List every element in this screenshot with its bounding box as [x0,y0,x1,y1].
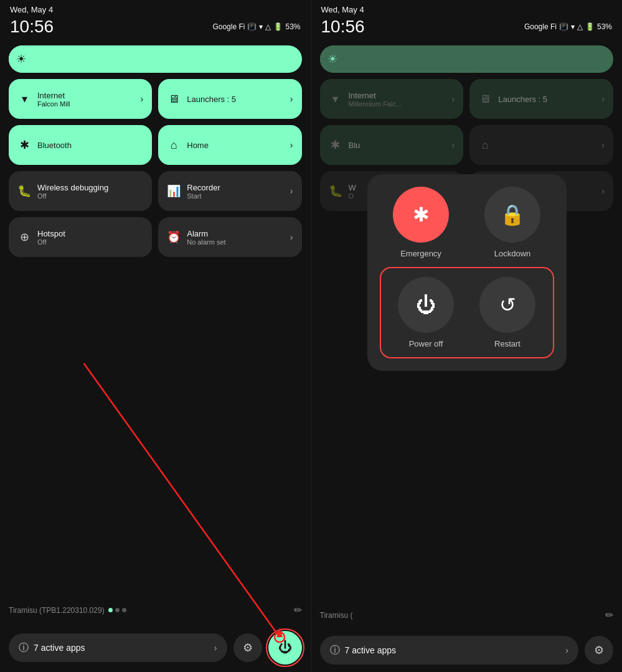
right-battery-icon: 🔋 [585,22,595,31]
emergency-label: Emergency [400,249,441,258]
bluetooth-tile-icon: ✱ [17,138,31,152]
info-icon: ⓘ [19,642,29,655]
emergency-icon: ✱ [413,203,430,226]
wireless-debug-label: Wireless debugging [37,183,143,192]
left-time: 10:56 [10,17,54,37]
tile-launchers[interactable]: 🖥 Launchers : 5 › [158,79,301,119]
emergency-item[interactable]: ✱ Emergency [380,187,463,258]
desktop-tile-icon: 🖥 [167,93,181,106]
internet-sub: Falcon Mill [37,100,134,108]
right-vibrate-icon: 📳 [559,22,568,31]
right-home-icon: ⌂ [478,139,492,152]
tile-recorder[interactable]: 📊 Recorder Start › [158,171,301,211]
poweroff-item[interactable]: ⏻ Power off [390,277,463,348]
home-tile-icon: ⌂ [167,139,181,152]
right-internet-sub: Millennium Falc... [349,100,446,108]
left-tiles-grid: ▾ Internet Falcon Mill › 🖥 Launchers : 5… [0,79,311,257]
right-active-apps-button[interactable]: ⓘ 7 active apps › [320,636,579,665]
left-version: Tiramisu (TPB1.220310.029) [9,606,105,615]
right-settings-button[interactable]: ⚙ [585,636,613,665]
right-wifi-icon: ▾ [329,92,342,106]
brightness-slider[interactable]: ☀ [9,45,302,73]
bluetooth-label: Bluetooth [37,141,143,150]
edit-icon[interactable]: ✏ [294,604,302,616]
tile-home[interactable]: ⌂ Home › [158,125,301,165]
right-desktop-icon: 🖥 [478,93,492,106]
signal-icon: △ [265,22,271,31]
settings-button[interactable]: ⚙ [233,633,262,662]
right-time: 10:56 [321,17,365,37]
right-settings-icon: ⚙ [594,643,604,657]
left-footer: Tiramisu (TPB1.220310.029) ✏ [0,598,311,626]
tile-internet[interactable]: ▾ Internet Falcon Mill › [9,79,152,119]
poweroff-circle: ⏻ [398,277,454,333]
bug-tile-icon: 🐛 [17,184,31,198]
left-status-bar: Wed, May 4 10:56 Google Fi 📳 ▾ △ 🔋 53% [0,0,311,39]
poweroff-icon: ⏻ [416,294,436,317]
right-tile-internet[interactable]: ▾ Internet Millennium Falc... › [320,79,464,119]
right-launchers-arrow: › [601,94,605,104]
right-tile-launchers[interactable]: 🖥 Launchers : 5 › [469,79,613,119]
restart-label: Restart [494,339,521,348]
dot-2 [115,608,120,612]
tile-alarm[interactable]: ⏰ Alarm No alarm set › [158,217,301,257]
power-button[interactable]: ⏻ [268,631,302,665]
internet-arrow: › [141,94,144,104]
dot-1 [108,608,113,612]
lockdown-icon: 🔒 [500,203,525,226]
power-menu: ✱ Emergency 🔒 Lockdown ⏻ Power off ↺ [367,174,567,371]
right-battery-text: 53% [597,22,612,31]
tile-bluetooth[interactable]: ✱ Bluetooth [9,125,152,165]
right-launchers-label: Launchers : 5 [498,95,595,104]
wireless-debug-sub: Off [37,192,143,200]
settings-icon: ⚙ [243,641,253,655]
home-arrow: › [290,140,293,150]
alarm-tile-icon: ⏰ [167,230,181,244]
right-tile-home[interactable]: ⌂ › [469,125,613,165]
right-active-apps-text: 7 active apps [345,645,561,655]
tile-wireless-debug[interactable]: 🐛 Wireless debugging Off [9,171,152,211]
tile-hotspot[interactable]: ⊕ Hotspot Off [9,217,152,257]
right-internet-arrow: › [452,94,455,104]
right-bottom-bar: ⓘ 7 active apps › ⚙ [311,631,623,672]
hotspot-sub: Off [37,238,143,246]
active-apps-text: 7 active apps [34,643,209,653]
right-bluetooth-arrow: › [452,140,455,150]
launchers-arrow: › [290,94,293,104]
right-internet-label: Internet [349,91,446,100]
left-bottom-bar: ⓘ 7 active apps › ⚙ ⏻ [0,626,311,672]
carrier-text: Google Fi [212,22,245,31]
right-status-icons: Google Fi 📳 ▾ △ 🔋 53% [524,22,612,31]
right-tile-bluetooth[interactable]: ✱ Blu › [320,125,464,165]
right-signal-icon: △ [577,22,583,31]
battery-text: 53% [285,22,300,31]
restart-item[interactable]: ↺ Restart [471,277,544,348]
recorder-arrow: › [290,186,293,196]
power-button-ring [266,628,304,667]
alarm-arrow: › [290,232,293,242]
right-status-bar: Wed, May 4 10:56 Google Fi 📳 ▾ △ 🔋 53% [311,0,623,39]
active-apps-button[interactable]: ⓘ 7 active apps › [9,633,227,662]
right-home-arrow: › [601,140,605,150]
emergency-circle: ✱ [393,187,449,243]
power-restart-box: ⏻ Power off ↺ Restart [380,267,554,358]
battery-icon: 🔋 [273,22,283,31]
right-brightness-icon: ☀ [327,52,337,66]
right-active-apps-arrow: › [565,645,568,655]
right-hotspot-arrow: › [601,186,605,196]
right-version: Tiramisu ( [320,611,353,620]
wifi-tile-icon: ▾ [17,92,31,106]
hotspot-label: Hotspot [37,229,143,238]
alarm-label: Alarm [187,229,284,238]
left-status-icons: Google Fi 📳 ▾ △ 🔋 53% [212,22,300,31]
lockdown-item[interactable]: 🔒 Lockdown [471,187,554,258]
poweroff-label: Power off [409,339,443,348]
right-panel: Wed, May 4 10:56 Google Fi 📳 ▾ △ 🔋 53% ☀… [311,0,623,672]
recorder-label: Recorder [187,183,284,192]
recorder-sub: Start [187,192,284,200]
right-brightness-slider[interactable]: ☀ [320,45,614,73]
lockdown-circle: 🔒 [484,187,540,243]
right-edit-icon[interactable]: ✏ [605,609,613,621]
wifi-icon: ▾ [259,22,263,31]
launchers-label: Launchers : 5 [187,95,284,104]
